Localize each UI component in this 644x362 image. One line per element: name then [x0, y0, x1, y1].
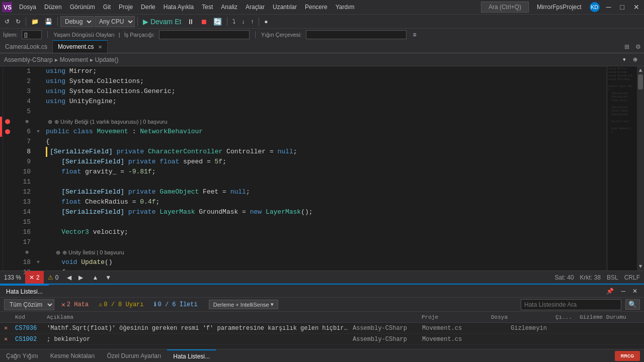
islem-label: İşlem: — [3, 32, 18, 38]
fold-2 — [35, 76, 42, 86]
menu-proje[interactable]: Proje — [115, 3, 137, 12]
breadcrumb-assembly[interactable]: Assembly-CSharp — [4, 56, 53, 63]
line-num-7: 7 — [12, 137, 31, 147]
fold-16 — [35, 227, 42, 237]
menu-pencere[interactable]: Pencere — [301, 3, 332, 12]
collapse-btn[interactable]: ▾ — [620, 55, 628, 64]
error-row-1[interactable]: ✕ CS7036 'Mathf.Sqrt(float)' öğesinin ge… — [0, 323, 644, 334]
panel-close-btn[interactable]: ✕ — [630, 287, 640, 296]
fold-class[interactable]: ▼ — [35, 127, 42, 137]
tab-movement[interactable]: Movement.cs ✕ — [53, 40, 108, 53]
tab-hata-listesi-bottom[interactable]: Hata Listesi... — [167, 349, 216, 362]
restart-btn[interactable]: 🔄 — [211, 17, 224, 27]
vertical-scrollbar[interactable]: ▲ ▼ — [637, 66, 644, 270]
nav-up[interactable]: ▲ — [90, 273, 101, 282]
open-btn[interactable]: 📁 — [29, 17, 41, 26]
bp-3 — [3, 86, 12, 97]
nav-back[interactable]: ◀ — [64, 273, 74, 282]
menu-derle[interactable]: Derle — [137, 3, 159, 12]
nav-down[interactable]: ▼ — [103, 273, 114, 282]
undo-btn[interactable]: ↺ — [2, 17, 12, 26]
col-ci[interactable]: Çı... — [555, 314, 576, 320]
stop-btn[interactable]: ⏹ — [198, 17, 210, 27]
fold-hint1 — [35, 117, 42, 127]
nav-fwd[interactable]: ▶ — [76, 273, 86, 282]
panel-minimize-btn[interactable]: ─ — [618, 287, 628, 296]
hint-line-1: ⊕ — [12, 117, 31, 127]
tab-cagri-yigini[interactable]: Çağrı Yığını — [0, 349, 44, 362]
tab-cameralook[interactable]: CameraLook.cs — [0, 40, 53, 53]
fold-17 — [35, 237, 42, 247]
stack-input[interactable] — [306, 30, 407, 39]
split-editor-btn[interactable]: ⚙ — [632, 43, 644, 50]
code-editor[interactable]: using Mirror; using System.Collections; … — [42, 66, 607, 270]
menu-yardim[interactable]: Yardım — [332, 3, 359, 12]
vs-logo: VS — [2, 2, 12, 12]
code-line-6: public class Movement : NetworkBehaviour — [46, 127, 607, 137]
zoom-area: 133 % — [0, 274, 25, 281]
scroll-thumb[interactable] — [638, 74, 643, 89]
breakpoint-btn[interactable]: ● — [262, 17, 270, 26]
info-badge[interactable]: ℹ 0 / 6 İleti — [151, 300, 201, 309]
panel-pin-btn[interactable]: 📌 — [604, 287, 616, 296]
redo-btn[interactable]: ↻ — [13, 17, 23, 26]
build-label: Derleme + IntelliSense — [213, 302, 269, 308]
scroll-up-btn[interactable]: ▲ — [637, 66, 644, 73]
menu-duzen[interactable]: Düzen — [40, 3, 66, 12]
scroll-down-btn[interactable]: ▼ — [637, 263, 644, 270]
menu-git[interactable]: Git — [99, 3, 115, 12]
pause-btn[interactable]: ⏸ — [185, 17, 197, 27]
col-kod[interactable]: Kod — [15, 314, 43, 320]
menu-hata[interactable]: Hata Ayıkla — [159, 3, 198, 12]
menu-analiz[interactable]: Analiz — [217, 3, 242, 12]
warning-badge[interactable]: ⚠ 0 / 8 Uyarı — [96, 300, 146, 309]
debug-dropdown[interactable]: Debug — [60, 16, 94, 27]
error-badge[interactable]: ✕ 2 Hata — [58, 300, 92, 310]
menu-dosya[interactable]: Dosya — [15, 3, 40, 12]
error-search-input[interactable] — [521, 299, 621, 310]
breadcrumb-class[interactable]: Movement — [60, 56, 88, 63]
info-badge-icon: ℹ — [154, 301, 156, 308]
tab-ozel[interactable]: Özel Durum Ayarları — [101, 349, 168, 362]
search-input-top[interactable]: Ara (Ctrl+Q) — [485, 3, 525, 12]
minimize-btn[interactable]: ─ — [604, 2, 614, 12]
indicator-5 — [0, 107, 3, 117]
error-filter-dropdown[interactable]: Tüm Çözüm — [4, 299, 54, 310]
breadcrumb-method[interactable]: Update() — [95, 56, 119, 63]
cpu-dropdown[interactable]: Any CPU — [95, 16, 135, 27]
close-btn[interactable]: ✕ — [631, 2, 642, 12]
menu-gorunum[interactable]: Görünüm — [66, 3, 99, 12]
col-gizleme[interactable]: Gizleme Durumu — [580, 314, 640, 320]
menu-araclar[interactable]: Araçlar — [242, 3, 269, 12]
menu-test[interactable]: Test — [198, 3, 217, 12]
thread-bar: İşlem: Yaşam Döngüsü Olayları | İş Parça… — [0, 28, 644, 40]
save-btn[interactable]: 💾 — [42, 17, 55, 26]
stack-expand-btn[interactable]: ≡ — [411, 30, 419, 39]
fold-update[interactable]: ▼ — [35, 257, 42, 267]
error-row-2[interactable]: ✕ CS1002 ; bekleniyor Assembly-CSharp Mo… — [0, 334, 644, 345]
build-filter-btn[interactable]: Derleme + IntelliSense ▾ — [209, 300, 278, 309]
error-search-btn[interactable]: 🔍 — [625, 299, 640, 310]
islem-input[interactable] — [22, 30, 42, 39]
menu-uzantilar[interactable]: Uzantılar — [269, 3, 301, 12]
nav-back-btn[interactable]: ◀ ▶ — [62, 271, 88, 284]
play-btn[interactable]: ▶ Devam Et — [140, 17, 184, 27]
error-icon-status: ✕ — [29, 274, 34, 281]
col-aciklama[interactable]: Açıklama — [47, 314, 418, 320]
hint-line-2: ⊕ — [12, 247, 31, 257]
step-into-btn[interactable]: ↓ — [239, 17, 247, 26]
maximize-btn[interactable]: □ — [618, 2, 627, 12]
line-num-14: 14 — [12, 207, 31, 217]
editor-options-btn[interactable]: ⊞ — [621, 43, 632, 50]
breadcrumb-sep1: ▸ — [55, 56, 58, 63]
tab-hata-listesi[interactable]: Hata Listesi... — [0, 285, 49, 297]
tab-kesme[interactable]: Kesme Noktaları — [44, 349, 101, 362]
col-proje[interactable]: Proje — [422, 314, 487, 320]
thread-input[interactable] — [159, 30, 250, 39]
expand-btn[interactable]: ⊕ — [630, 55, 640, 64]
line-ending: CRLF — [624, 274, 640, 281]
indicator-3 — [0, 86, 3, 97]
col-dosya[interactable]: Dosya — [491, 314, 551, 320]
step-out-btn[interactable]: ↑ — [248, 17, 256, 26]
step-over-btn[interactable]: ⤵ — [230, 17, 238, 26]
